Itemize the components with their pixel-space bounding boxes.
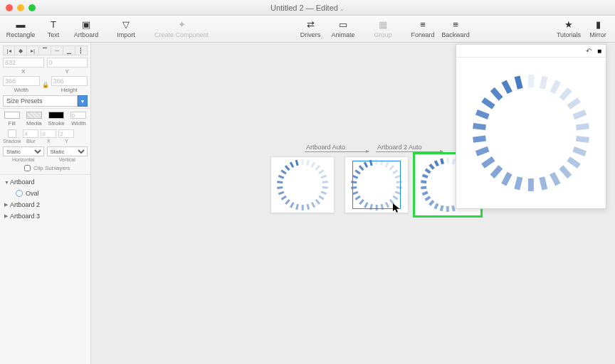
shadow-swatch[interactable] bbox=[8, 129, 16, 138]
width-input[interactable] bbox=[3, 76, 40, 86]
preview-window[interactable]: ↶ ■ bbox=[456, 44, 606, 209]
x-input[interactable] bbox=[3, 58, 44, 68]
blur-input[interactable] bbox=[23, 129, 38, 138]
backward-icon: ≡ bbox=[453, 20, 458, 30]
text-icon: T bbox=[51, 20, 56, 30]
stroke-width-input[interactable] bbox=[70, 112, 86, 119]
align-controls[interactable]: |◂ ◆ ▸| ▔ ─ ▁ ┇ bbox=[3, 46, 88, 55]
height-input[interactable] bbox=[51, 76, 88, 86]
create-component-button[interactable]: ✦Create Component bbox=[149, 16, 214, 42]
align-left-icon[interactable]: |◂ bbox=[3, 46, 15, 55]
clip-sublayers-label: Clip Sublayers bbox=[33, 165, 70, 171]
media-swatch[interactable] bbox=[26, 112, 42, 119]
stroke-swatch[interactable] bbox=[48, 112, 64, 119]
tutorials-button[interactable]: ★Tutorials bbox=[552, 16, 585, 42]
undo-icon[interactable]: ↶ bbox=[586, 47, 592, 55]
forward-icon: ≡ bbox=[420, 20, 426, 30]
chevron-down-icon[interactable]: ⌄ bbox=[340, 6, 345, 12]
preview-toolbar: ↶ ■ bbox=[456, 45, 606, 58]
align-hcenter-icon[interactable]: ◆ bbox=[15, 46, 27, 55]
record-icon[interactable]: ■ bbox=[597, 47, 601, 55]
layer-item-oval[interactable]: Oval bbox=[0, 188, 90, 199]
window-titlebar: Untitled 2 — Edited⌄ bbox=[0, 0, 615, 16]
group-icon: ▦ bbox=[379, 20, 387, 30]
group-button[interactable]: ▦Group bbox=[367, 16, 399, 42]
artboard-icon: ▣ bbox=[82, 20, 90, 30]
rectangle-tool-button[interactable]: ▬Rectangle bbox=[4, 16, 37, 42]
layer-item-artboard-3[interactable]: ▶Artboard 3 bbox=[0, 210, 90, 222]
align-vcenter-icon[interactable]: ─ bbox=[51, 46, 63, 55]
drivers-button[interactable]: ⇄Drivers bbox=[294, 16, 327, 42]
vertical-constraint-select[interactable]: Static bbox=[47, 146, 88, 156]
align-bottom-icon[interactable]: ▁ bbox=[63, 46, 75, 55]
drivers-icon: ⇄ bbox=[307, 20, 315, 30]
disclosure-triangle-icon[interactable]: ▼ bbox=[4, 180, 10, 185]
geometry-inspector: |◂ ◆ ▸| ▔ ─ ▁ ┇ X Y Width 🔒 Height Size … bbox=[0, 43, 90, 109]
component-icon: ✦ bbox=[178, 20, 186, 30]
left-panel: |◂ ◆ ▸| ▔ ─ ▁ ┇ X Y Width 🔒 Height Size … bbox=[0, 43, 91, 364]
size-presets-label: Size Presets bbox=[3, 95, 78, 107]
animate-button[interactable]: ▭Animate bbox=[327, 16, 359, 42]
mirror-button[interactable]: ▮Mirror bbox=[585, 16, 611, 42]
rectangle-icon: ▬ bbox=[16, 20, 26, 30]
oval-icon bbox=[16, 190, 23, 197]
forward-button[interactable]: ≡Forward bbox=[406, 16, 439, 42]
backward-button[interactable]: ≡Backward bbox=[439, 16, 472, 42]
layer-item-artboard-2[interactable]: ▶Artboard 2 bbox=[0, 199, 90, 210]
artboard-thumbnail-2[interactable] bbox=[345, 156, 409, 213]
fill-swatch[interactable] bbox=[4, 112, 20, 119]
canvas[interactable]: Artboard Auto Artboard 2 Auto ↶ ■ bbox=[91, 43, 615, 364]
window-title: Untitled 2 — Edited⌄ bbox=[0, 4, 615, 12]
align-right-icon[interactable]: ▸| bbox=[27, 46, 39, 55]
transition-label-1: Artboard Auto bbox=[306, 144, 345, 151]
shadow-y-input[interactable] bbox=[58, 129, 74, 138]
tutorials-icon: ★ bbox=[564, 20, 573, 30]
text-tool-button[interactable]: TText bbox=[37, 16, 70, 42]
size-presets-dropdown[interactable]: ▼ bbox=[78, 95, 88, 107]
animate-icon: ▭ bbox=[339, 20, 347, 30]
clip-sublayers-checkbox[interactable] bbox=[24, 165, 31, 171]
disclosure-triangle-icon[interactable]: ▶ bbox=[4, 213, 10, 219]
distribute-icon[interactable]: ┇ bbox=[75, 46, 88, 55]
shadow-x-input[interactable] bbox=[41, 129, 56, 138]
layers-panel: ▼Artboard Oval ▶Artboard 2 ▶Artboard 3 bbox=[0, 175, 90, 364]
artboard-thumbnail-1[interactable] bbox=[270, 156, 335, 213]
import-icon: ▽ bbox=[122, 20, 130, 30]
import-button[interactable]: ▽Import bbox=[110, 16, 142, 42]
style-inspector: Fill Media Stroke Width Shadow Blur X Y … bbox=[0, 109, 90, 175]
align-top-icon[interactable]: ▔ bbox=[39, 46, 51, 55]
artboard-tool-button[interactable]: ▣Artboard bbox=[70, 16, 102, 42]
layer-item-artboard[interactable]: ▼Artboard bbox=[0, 176, 90, 188]
transition-arrow-icon bbox=[305, 151, 369, 152]
main-toolbar: ▬Rectangle TText ▣Artboard ▽Import ✦Crea… bbox=[0, 16, 615, 43]
mirror-icon: ▮ bbox=[596, 20, 601, 30]
y-input[interactable] bbox=[47, 58, 88, 68]
horizontal-constraint-select[interactable]: Static bbox=[3, 146, 44, 156]
lock-aspect-icon[interactable]: 🔒 bbox=[41, 82, 50, 88]
disclosure-triangle-icon[interactable]: ▶ bbox=[4, 202, 10, 208]
transition-label-2: Artboard 2 Auto bbox=[377, 144, 422, 151]
